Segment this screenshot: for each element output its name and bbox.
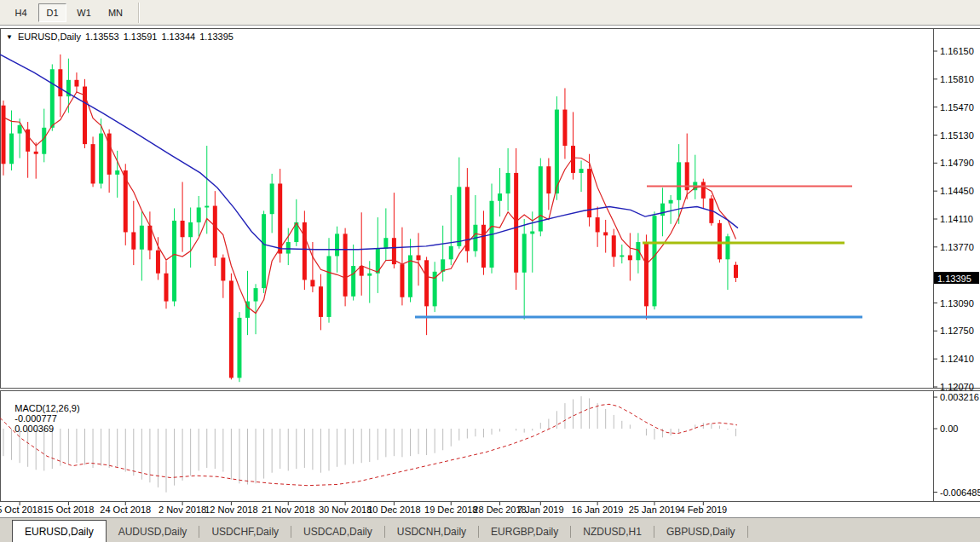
svg-text:1.15470: 1.15470 [940,102,974,112]
tab-usdcnh-daily[interactable]: USDCNH,Daily [385,522,478,542]
symbol-tabbar: EURUSD,Daily AUDUSD,Daily USDCHF,Daily U… [0,517,980,542]
svg-text:1.12750: 1.12750 [940,326,974,336]
tab-audusd-daily[interactable]: AUDUSD,Daily [107,522,199,542]
svg-text:1.13090: 1.13090 [940,298,974,308]
svg-text:1.14450: 1.14450 [940,186,974,196]
svg-text:25 Jan 2019: 25 Jan 2019 [629,505,681,515]
svg-text:30 Nov 2018: 30 Nov 2018 [319,505,372,515]
svg-text:1.13770: 1.13770 [940,242,974,252]
svg-text:1.16150: 1.16150 [940,46,974,56]
tab-usdcad-daily[interactable]: USDCAD,Daily [291,522,384,542]
macd-name: MACD(12,26,9) [14,403,79,413]
svg-text:21 Nov 2018: 21 Nov 2018 [262,505,314,515]
svg-text:-0.006485: -0.006485 [940,487,980,498]
svg-text:19 Dec 2018: 19 Dec 2018 [424,505,477,515]
svg-text:15 Oct 2018: 15 Oct 2018 [43,505,94,515]
tab-usdchf-daily[interactable]: USDCHF,Daily [199,522,291,542]
svg-text:1.13395: 1.13395 [937,274,971,284]
timeframe-toolbar: H4 D1 W1 MN [0,0,980,26]
svg-text:1.15130: 1.15130 [940,130,974,141]
chart-symbol-label: EURUSD,Daily [18,32,81,42]
macd-main-value: -0.000777 [14,413,57,424]
svg-text:0.00: 0.00 [940,424,958,434]
tab-nzdusd-h1[interactable]: NZDUSD,H1 [571,522,654,542]
svg-text:5 Oct 2018: 5 Oct 2018 [0,505,43,515]
svg-text:4 Feb 2019: 4 Feb 2019 [679,505,727,515]
svg-text:7 Jan 2019: 7 Jan 2019 [517,505,563,515]
ohlc-close: 1.13395 [199,32,233,42]
svg-text:12 Nov 2018: 12 Nov 2018 [205,505,257,515]
macd-signal-value: 0.000369 [14,424,54,434]
timeframe-button-d1[interactable]: D1 [38,3,66,22]
tab-separator [747,526,748,538]
svg-text:0.003216: 0.003216 [940,392,979,402]
svg-text:16 Jan 2019: 16 Jan 2019 [572,505,624,515]
svg-text:10 Dec 2018: 10 Dec 2018 [367,505,420,515]
ohlc-low: 1.13344 [161,32,195,42]
chart-dropdown-icon[interactable]: ▼ [6,33,13,41]
chart-title: ▼ EURUSD,Daily 1.13553 1.13591 1.13344 1… [6,32,233,42]
toolbar-separator [138,3,140,23]
trading-app-window: H4 D1 W1 MN 1.161501.158101.154701.15130… [0,0,980,542]
svg-text:1.14790: 1.14790 [940,158,974,168]
svg-text:24 Oct 2018: 24 Oct 2018 [100,505,151,515]
svg-text:1.12410: 1.12410 [940,354,974,364]
ohlc-open: 1.13553 [85,32,119,42]
svg-text:2 Nov 2018: 2 Nov 2018 [159,505,206,515]
tab-eurgbp-daily[interactable]: EURGBP,Daily [479,522,570,542]
price-chart-canvas[interactable]: 1.161501.158101.154701.151301.147901.144… [0,0,980,542]
tab-eurusd-daily[interactable]: EURUSD,Daily [12,520,107,542]
macd-indicator-label: MACD(12,26,9) -0.000777 0.000369 [4,393,84,444]
timeframe-button-mn[interactable]: MN [101,3,130,22]
svg-text:1.15810: 1.15810 [940,74,974,84]
svg-text:1.12070: 1.12070 [940,382,974,392]
timeframe-button-h4[interactable]: H4 [7,3,35,22]
timeframe-button-w1[interactable]: W1 [70,3,98,22]
svg-text:1.14110: 1.14110 [940,214,973,224]
tab-gbpusd-daily[interactable]: GBPUSD,Daily [654,522,747,542]
ohlc-high: 1.13591 [124,32,158,42]
